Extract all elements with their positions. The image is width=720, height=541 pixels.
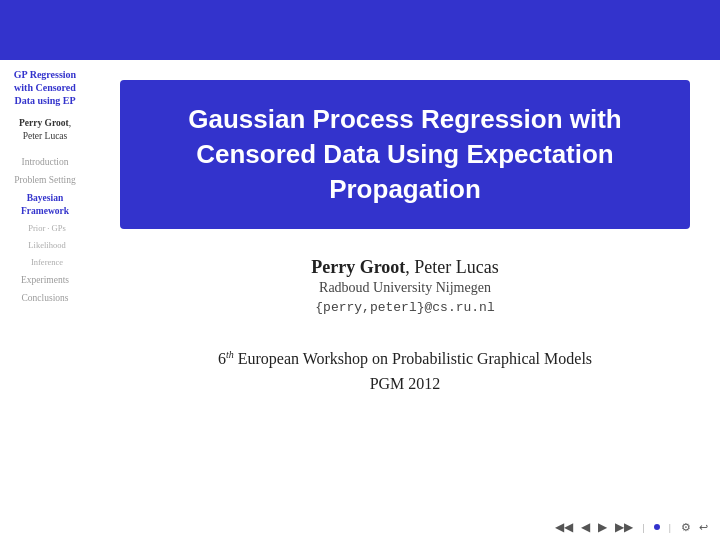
nav-separator: | <box>643 521 645 533</box>
sidebar-top-bar <box>0 0 90 60</box>
sidebar-item-experiments[interactable]: Experiments <box>6 274 84 286</box>
workshop-line: 6th European Workshop on Probabilistic G… <box>218 347 592 371</box>
author-secondary: , Peter Lucas <box>405 257 498 277</box>
authors-section: Perry Groot, Peter Lucas Radboud Univers… <box>311 257 499 315</box>
slide-title: Gaussian Process Regression with Censore… <box>150 102 660 207</box>
sidebar: GP Regression with Censored Data using E… <box>0 0 90 541</box>
sidebar-author-primary: Perry Groot <box>19 118 69 128</box>
author-primary: Perry Groot <box>311 257 405 277</box>
main-body: Gaussian Process Regression with Censore… <box>90 60 720 513</box>
nav-separator2: | <box>669 521 671 533</box>
nav-dot <box>654 524 660 530</box>
university-line: Radboud University Nijmegen <box>311 280 499 296</box>
authors-line: Perry Groot, Peter Lucas <box>311 257 499 278</box>
sidebar-item-likelihood[interactable]: Likelihood <box>10 240 84 251</box>
workshop-text: European Workshop on Probabilistic Graph… <box>234 351 592 368</box>
main-top-bar <box>90 0 720 60</box>
workshop-section: 6th European Workshop on Probabilistic G… <box>218 347 592 395</box>
sidebar-author-secondary: Peter Lucas <box>23 131 68 141</box>
nav-arrow-left-1[interactable]: ◀◀ <box>553 520 575 535</box>
nav-arrow-right-2[interactable]: ▶▶ <box>613 520 635 535</box>
email-line: {perry,peterl}@cs.ru.nl <box>311 300 499 315</box>
main-content: Gaussian Process Regression with Censore… <box>90 0 720 541</box>
sidebar-title: GP Regression with Censored Data using E… <box>6 68 84 107</box>
sidebar-item-bayesian-framework[interactable]: Bayesian Framework <box>6 192 84 217</box>
sidebar-item-prior-gps[interactable]: Prior · GPs <box>10 223 84 234</box>
pgm-year: PGM 2012 <box>218 372 592 396</box>
sidebar-content: GP Regression with Censored Data using E… <box>0 60 90 541</box>
nav-arrow-right-1[interactable]: ▶ <box>596 520 609 535</box>
sidebar-item-problem-setting[interactable]: Problem Setting <box>6 174 84 186</box>
sidebar-item-introduction[interactable]: Introduction <box>6 156 84 168</box>
title-box: Gaussian Process Regression with Censore… <box>120 80 690 229</box>
workshop-number: 6 <box>218 351 226 368</box>
workshop-sup: th <box>226 349 234 360</box>
bottom-navigation-bar: ◀◀ ◀ ▶ ▶▶ | | ⚙ ↩ <box>90 513 720 541</box>
sidebar-item-inference[interactable]: Inference <box>10 257 84 268</box>
nav-arrow-left-2[interactable]: ◀ <box>579 520 592 535</box>
nav-return-icon[interactable]: ↩ <box>697 521 710 534</box>
sidebar-item-conclusions[interactable]: Conclusions <box>6 292 84 304</box>
sidebar-authors: Perry Groot, Peter Lucas <box>6 117 84 144</box>
nav-settings-icon[interactable]: ⚙ <box>679 521 693 534</box>
